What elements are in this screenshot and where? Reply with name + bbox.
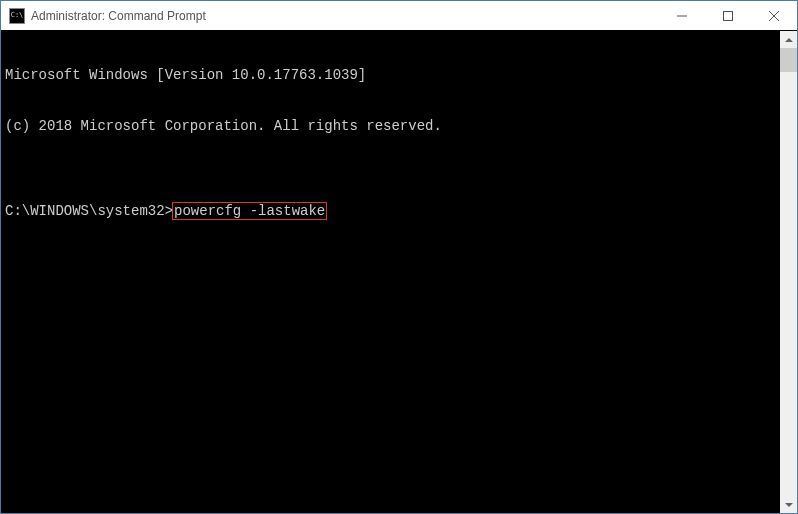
close-button[interactable] (751, 1, 797, 30)
maximize-button[interactable] (705, 1, 751, 30)
minimize-icon (677, 11, 687, 21)
svg-marker-4 (785, 38, 793, 42)
terminal-line: (c) 2018 Microsoft Corporation. All righ… (5, 118, 776, 135)
close-icon (769, 11, 779, 21)
chevron-down-icon (785, 503, 793, 507)
scroll-thumb[interactable] (780, 48, 797, 72)
minimize-button[interactable] (659, 1, 705, 30)
svg-marker-5 (785, 503, 793, 507)
maximize-icon (723, 11, 733, 21)
scroll-track[interactable] (780, 48, 797, 496)
app-icon-glyph: C:\ (11, 12, 24, 19)
terminal-line: Microsoft Windows [Version 10.0.17763.10… (5, 67, 776, 84)
titlebar[interactable]: C:\ Administrator: Command Prompt (1, 1, 797, 31)
prompt-line: C:\WINDOWS\system32>powercfg -lastwake (5, 203, 776, 220)
command-text: powercfg -lastwake (172, 202, 327, 220)
terminal-area: Microsoft Windows [Version 10.0.17763.10… (1, 31, 797, 513)
vertical-scrollbar[interactable] (780, 31, 797, 513)
svg-rect-1 (724, 11, 733, 20)
app-icon: C:\ (9, 8, 25, 24)
chevron-up-icon (785, 38, 793, 42)
window-title: Administrator: Command Prompt (31, 9, 659, 23)
command-prompt-window: C:\ Administrator: Command Prompt Micros… (0, 0, 798, 514)
window-controls (659, 1, 797, 30)
scroll-down-button[interactable] (780, 496, 797, 513)
prompt-text: C:\WINDOWS\system32> (5, 203, 173, 219)
scroll-up-button[interactable] (780, 31, 797, 48)
terminal[interactable]: Microsoft Windows [Version 10.0.17763.10… (1, 31, 780, 513)
